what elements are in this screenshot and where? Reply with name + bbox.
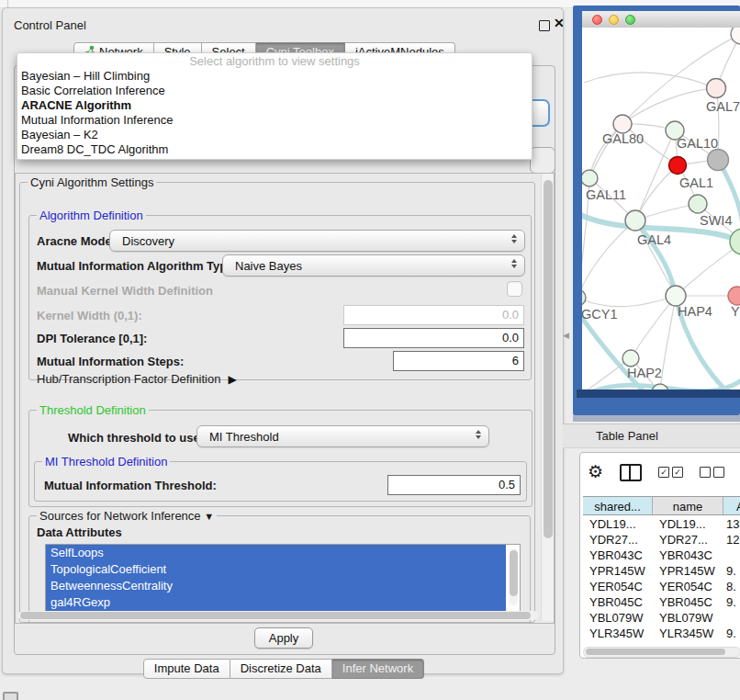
network-node-gal80[interactable] [613,115,632,133]
table-cell [723,610,740,626]
attribute-item[interactable]: TopologicalCoefficient [46,561,506,578]
minimized-panel-icon[interactable] [3,692,18,700]
network-node-gal4[interactable] [625,210,645,231]
dropdown-item[interactable]: Bayesian – Hill Climbing [17,69,532,84]
node-label: GAL4 [637,232,671,247]
control-panel-title: Control Panel [14,18,86,32]
table-row[interactable]: YPR145WYPR145W9. [583,563,740,579]
close-traffic-light-icon[interactable] [592,15,602,25]
close-icon[interactable]: ✕ [554,16,565,30]
list-scrollbar[interactable] [510,548,518,605]
gear-icon[interactable]: ⚙ [588,463,603,481]
spinner-arrows-icon [476,430,481,439]
table-cell: YDL19... [583,516,653,532]
attribute-item[interactable]: gal4RGexp [46,594,506,611]
float-window-icon[interactable] [539,20,550,31]
network-node-swi4[interactable] [689,195,707,213]
table-row[interactable]: YLR345WYLR345W9. [583,626,740,639]
dropdown-item[interactable]: Basic Correlation Inference [17,84,532,98]
table-cell: YER054C [583,579,653,594]
divider [7,0,8,7]
table-cell: YDR27... [653,532,723,548]
expand-right-icon: ▶ [228,373,236,386]
dropdown-item[interactable]: ARACNE Algorithm [17,98,532,113]
network-window-titlebar[interactable] [582,11,740,28]
data-attributes-label: Data Attributes [37,525,122,539]
mi-algorithm-type-label: Mutual Information Algorithm Type: [37,259,238,273]
hub-definition-expander[interactable]: Hub/Transcription Factor Definition▶ [37,372,237,386]
table-cell: YBR045C [653,594,723,610]
table-horizontal-scrollbar[interactable] [583,647,740,658]
network-node-hap4[interactable] [666,286,686,306]
mi-algorithm-type-select[interactable]: Naive Bayes [222,254,525,277]
group-title: Algorithm Definition [37,209,146,222]
column-header-2[interactable]: name [653,496,723,515]
table-cell: YBL079W [583,610,653,626]
dropdown-item[interactable]: Mutual Information Inference [17,113,532,128]
split-pane-collapse-icon[interactable]: ◀ [563,331,569,340]
table-cell: YLR345W [653,626,723,639]
table-cell: YBR043C [653,548,723,563]
column-header-1[interactable]: shared... [583,496,653,515]
collapse-down-icon[interactable]: ▼ [204,511,214,522]
algorithm-dropdown-popup: Select algorithm to view settings Bayesi… [17,52,533,160]
hidden-box-fragment [530,147,555,174]
node-label: HAP2 [627,366,662,380]
network-canvas[interactable]: GAL7GAL80GAL10GAL1GAL11SWI4GAL4HAP4YGCY1… [582,28,740,390]
tab-infer-network[interactable]: Infer Network [332,659,424,679]
column-layout-icon[interactable] [620,464,642,481]
network-node[interactable] [708,150,729,171]
settings-vertical-scrollbar[interactable] [541,174,554,621]
node-label: GAL10 [677,136,718,151]
attribute-item[interactable]: SelfLoops [46,545,506,561]
deselect-all-icon[interactable] [700,467,724,478]
table-panel-title: Table Panel [596,429,658,443]
dropdown-placeholder: Select algorithm to view settings [17,53,532,69]
which-threshold-select[interactable]: MI Threshold [196,425,489,447]
kernel-width-label: Kernel Width (0,1): [37,309,142,322]
mi-steps-input[interactable]: 6 [393,351,524,371]
table-row[interactable]: YBL079WYBL079W [583,610,740,626]
table-body: YDL19...YDL19...13YDR27...YDR27...12YBR0… [583,516,740,639]
table-row[interactable]: YBR045CYBR045C9. [583,594,740,610]
table-cell: 9. [723,626,740,639]
table-row[interactable]: YDL19...YDL19...13 [583,516,740,532]
hidden-combo-fragment [532,99,550,127]
apply-button-row: Apply [3,627,565,649]
network-node-gal7[interactable] [707,79,726,98]
network-node-gcy1[interactable] [582,289,586,306]
mi-threshold-input[interactable]: 0.5 [387,475,521,495]
table-row[interactable]: YDR27...YDR27...12 [583,532,740,548]
manual-kernel-checkbox[interactable] [507,281,522,297]
table-cell: 8. [723,579,740,594]
tab-discretize-data[interactable]: Discretize Data [230,659,332,679]
aracne-mode-select[interactable]: Discovery [109,230,525,252]
apply-button[interactable]: Apply [254,627,313,649]
nodes-layer: GAL7GAL80GAL10GAL1GAL11SWI4GAL4HAP4YGCY1… [582,28,740,390]
minimize-traffic-light-icon[interactable] [609,15,619,25]
table-row[interactable]: YBR043CYBR043C [583,548,740,563]
node-label: Y [731,304,740,319]
mi-algorithm-type-value: Naive Bayes [223,259,302,273]
dropdown-item[interactable]: Dream8 DC_TDC Algorithm [17,142,532,157]
settings-horizontal-scrollbar[interactable] [18,611,538,620]
network-node[interactable] [731,28,740,44]
network-graph[interactable]: GAL7GAL80GAL10GAL1GAL11SWI4GAL4HAP4YGCY1… [582,28,740,390]
zoom-traffic-light-icon[interactable] [625,15,635,25]
dpi-tolerance-input[interactable]: 0.0 [343,328,524,348]
network-window-drop-shadow [573,415,740,422]
network-node-gal11[interactable] [582,170,598,186]
network-node-y[interactable] [728,287,740,305]
tab-impute-data[interactable]: Impute Data [143,659,230,679]
network-node-gal1[interactable] [669,157,687,175]
data-attributes-list[interactable]: SelfLoopsTopologicalCoefficientBetweenne… [45,544,521,613]
select-all-icon[interactable]: ✓✓ [658,467,683,478]
attribute-item[interactable]: BetweennessCentrality [46,578,506,594]
kernel-width-input[interactable]: 0.0 [343,305,524,325]
column-header-3[interactable]: A [723,496,740,515]
node-label: GAL7 [706,99,740,114]
dropdown-item[interactable]: Bayesian – K2 [17,128,532,142]
group-title: Threshold Definition [37,403,149,417]
table-row[interactable]: YER054CYER054C8. [583,579,740,594]
network-node-hap2[interactable] [622,350,639,367]
